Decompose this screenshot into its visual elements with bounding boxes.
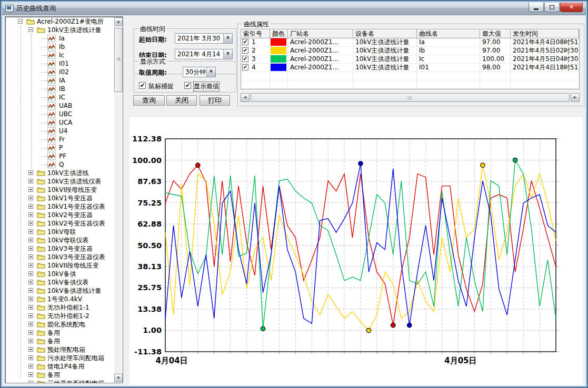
column-header-最大值[interactable]: 最大值 [480, 29, 511, 38]
tree-item-馈电1P4备用[interactable]: +馈电1P4备用 [5, 362, 114, 371]
expand-icon[interactable]: + [28, 381, 33, 383]
row-checkbox[interactable]: ✔ [242, 56, 248, 62]
tree-item-UAB[interactable]: UAB [5, 101, 114, 110]
tree-item-污水处理车间配电箱[interactable]: +污水处理车间配电箱 [5, 354, 114, 362]
expand-icon[interactable]: + [28, 305, 33, 310]
tree-item-1号变0.4kV[interactable]: +1号变0.4kV [5, 295, 114, 303]
tree-item-预处理配电箱[interactable]: +预处理配电箱 [5, 345, 114, 354]
print-button[interactable]: 打印 [200, 95, 230, 106]
tree-item-UBC[interactable]: UBC [5, 110, 114, 118]
close-chart-button[interactable]: 关闭 [166, 95, 197, 106]
tree-item-10kV3号变压器[interactable]: +10kV3号变压器 [5, 244, 114, 253]
start-date-select[interactable]: 2021年 3月30 ▼ [175, 33, 233, 44]
tree-item-备用[interactable]: +备用 [5, 337, 114, 345]
column-header-发生时间[interactable]: 发生时间 [511, 29, 579, 38]
tree-item-10kV备供仪表[interactable]: +10kV备供仪表 [5, 278, 114, 287]
scroll-thumb[interactable] [114, 28, 123, 92]
tree-item-IA[interactable]: IA [5, 76, 114, 85]
collapse-icon[interactable]: − [28, 27, 33, 32]
column-header-颜色[interactable]: 颜色 [270, 29, 288, 38]
row-checkbox[interactable]: ✔ [242, 47, 248, 54]
tree-item-10kVI段母线压变[interactable]: +10kVI段母线压变 [5, 186, 114, 194]
expand-icon[interactable]: + [28, 212, 33, 217]
expand-icon[interactable]: + [28, 263, 33, 268]
table-row-curve-I01[interactable]: ✔4Acrel-2000Z1...10kV主供进线计量I0198.002021年… [241, 64, 579, 72]
tree-item-固化系统配电[interactable]: +固化系统配电 [5, 320, 114, 329]
expand-icon[interactable]: + [28, 246, 33, 251]
column-header-厂站名[interactable]: 厂站名 [288, 29, 353, 38]
tree-item-P[interactable]: P [5, 144, 114, 152]
mouse-capture-checkbox[interactable]: ✔ [139, 82, 146, 89]
expand-icon[interactable]: + [28, 170, 33, 175]
tree-item-10kV母联仪表[interactable]: +10kV母联仪表 [5, 236, 114, 244]
tree-item-PF[interactable]: PF [5, 152, 114, 160]
table-row-curve-Ic[interactable]: ✔3Acrel-2000Z1...10kV主供进线计量Ic100.002021年… [241, 55, 579, 64]
collapse-icon[interactable]: − [18, 19, 23, 24]
chevron-down-icon[interactable]: ▼ [223, 34, 232, 43]
column-header-设备名[interactable]: 设备名 [353, 29, 417, 38]
expand-icon[interactable]: + [28, 229, 33, 234]
tree-item-三效蒸发系统配电箱[interactable]: +三效蒸发系统配电箱 [5, 379, 114, 383]
expand-icon[interactable]: + [28, 372, 33, 377]
tree-item-IC[interactable]: IC [5, 93, 114, 101]
tree-item-备用[interactable]: +备用 [5, 329, 114, 337]
expand-icon[interactable]: + [28, 196, 33, 200]
tree-scrollbar[interactable]: ▲ ▼ [114, 17, 123, 382]
tree-item-Q[interactable]: Q [5, 160, 114, 169]
tree-item-10kV备供进线计量[interactable]: +10kV备供进线计量 [5, 287, 114, 295]
column-header-索引号[interactable]: 索引号 [241, 29, 270, 38]
tree-item-Acrel-2000Z1#变电所[interactable]: −Acrel-2000Z1#变电所 [5, 17, 114, 26]
tree-item-备用[interactable]: +备用 [5, 371, 114, 379]
show-extremes-checkbox[interactable]: ✔ [184, 82, 191, 89]
scroll-left-button[interactable]: ◀ [241, 93, 250, 102]
tree-item-10kV2号变压器仪表[interactable]: +10kV2号变压器仪表 [5, 219, 114, 228]
expand-icon[interactable]: + [28, 187, 33, 192]
scroll-right-button[interactable]: ▶ [571, 93, 580, 102]
table-row-curve-Ia[interactable]: ✔1Acrel-2000Z1...10kV主供进线计量Ia97.002021年4… [241, 38, 579, 47]
expand-icon[interactable]: + [28, 364, 33, 369]
tree-item-Ic[interactable]: Ic [5, 51, 114, 59]
tree-item-UCA[interactable]: UCA [5, 118, 114, 127]
expand-icon[interactable]: + [28, 280, 33, 284]
expand-icon[interactable]: + [28, 297, 33, 301]
expand-icon[interactable]: + [28, 238, 33, 242]
expand-icon[interactable]: + [28, 204, 33, 209]
tree-item-10kVII段母线压变[interactable]: +10kVII段母线压变 [5, 261, 114, 270]
minimize-button[interactable] [529, 3, 544, 12]
table-row-curve-Ib[interactable]: ✔2Acrel-2000Z1...10kV主供进线计量Ib97.002021年4… [241, 47, 579, 55]
expand-icon[interactable]: + [28, 322, 33, 326]
tree-item-10kV3号变压器仪表[interactable]: +10kV3号变压器仪表 [5, 253, 114, 261]
tree-item-Ia[interactable]: Ia [5, 34, 114, 43]
chevron-down-icon[interactable]: ▼ [206, 67, 215, 77]
expand-icon[interactable]: + [28, 254, 33, 259]
expand-icon[interactable]: + [28, 179, 33, 183]
close-button[interactable]: ✕ [560, 3, 583, 12]
tree-item-10kV主供进线计量[interactable]: −10kV主供进线计量 [5, 26, 114, 34]
tree-item-IB[interactable]: IB [5, 85, 114, 93]
query-button[interactable]: 查询 [133, 95, 165, 106]
expand-icon[interactable]: + [28, 330, 33, 335]
tree-item-I02[interactable]: I02 [5, 68, 114, 76]
tree-item-10kV主供进线[interactable]: +10kV主供进线 [5, 169, 114, 177]
restore-button[interactable] [544, 3, 560, 12]
expand-icon[interactable]: + [28, 339, 33, 343]
column-header-曲线名[interactable]: 曲线名 [417, 29, 480, 38]
expand-icon[interactable]: + [28, 355, 33, 360]
expand-icon[interactable]: + [28, 221, 33, 226]
table-hscrollbar[interactable]: ◀ ▶ [241, 93, 580, 102]
tree-item-无功补偿柜1-2[interactable]: +无功补偿柜1-2 [5, 312, 114, 320]
tree-item-10kV1号变压器仪表[interactable]: +10kV1号变压器仪表 [5, 202, 114, 211]
tree-item-U4[interactable]: U4 [5, 127, 114, 135]
expand-icon[interactable]: + [28, 313, 33, 318]
scroll-down-button[interactable]: ▼ [114, 374, 123, 382]
tree-item-10kV1号变压器[interactable]: +10kV1号变压器 [5, 194, 114, 202]
expand-icon[interactable]: + [28, 288, 33, 293]
tree-item-10kV母联[interactable]: +10kV母联 [5, 228, 114, 236]
tree-item-Fr[interactable]: Fr [5, 135, 114, 144]
tree-item-I01[interactable]: I01 [5, 59, 114, 68]
expand-icon[interactable]: + [28, 347, 33, 352]
hscroll-thumb[interactable] [251, 93, 570, 102]
tree-item-无功补偿柜1-1[interactable]: +无功补偿柜1-1 [5, 303, 114, 312]
scroll-up-button[interactable]: ▲ [114, 17, 123, 26]
row-checkbox[interactable]: ✔ [242, 64, 248, 70]
